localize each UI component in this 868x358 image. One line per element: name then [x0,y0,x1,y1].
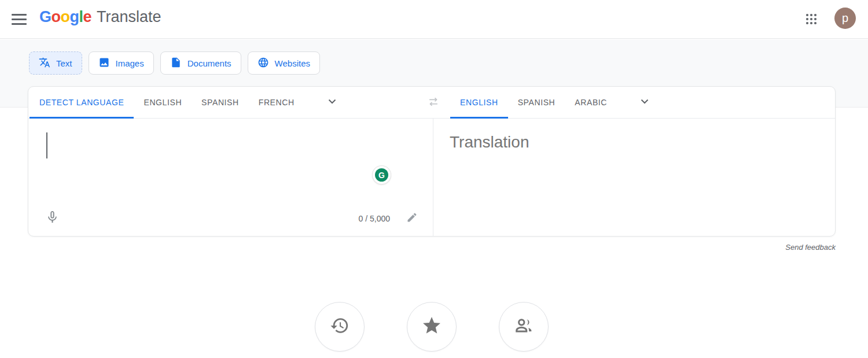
handwriting-input-button[interactable] [406,212,418,226]
send-feedback-link[interactable]: Send feedback [785,243,836,252]
saved-button[interactable] [407,302,457,352]
grammarly-extension-button[interactable]: G [373,166,391,184]
tab-label: Text [56,58,72,68]
translate-mode-tabs: Text Images Documents Websites [29,51,320,75]
logo-letter: e [83,8,92,26]
target-more-languages-button[interactable] [631,87,659,118]
history-button[interactable] [315,302,365,352]
main-menu-icon[interactable] [12,10,30,28]
character-counter: 0 / 5,000 [359,214,391,223]
language-bar: DETECT LANGUAGE ENGLISH SPANISH FRENCH [28,87,835,119]
account-avatar[interactable]: p [834,8,856,29]
source-lang-english[interactable]: ENGLISH [134,87,192,118]
translation-placeholder: Translation [450,133,529,152]
source-lang-french[interactable]: FRENCH [249,87,304,118]
avatar-letter: p [842,12,848,25]
logo-letter: G [39,8,52,26]
app-header: G o o g l e Translate p [0,0,868,39]
voice-input-button[interactable] [45,210,60,227]
tab-websites[interactable]: Websites [248,51,320,75]
tab-images[interactable]: Images [89,51,154,75]
source-text-area[interactable]: G 0 / 5,000 [28,119,433,236]
logo-letter: l [79,8,83,26]
chevron-down-icon [638,94,652,110]
translate-panels: G 0 / 5,000 [28,119,835,236]
logo-product-name: Translate [97,8,161,26]
globe-icon [258,57,269,70]
source-lang-spanish[interactable]: SPANISH [192,87,249,118]
tab-label: Documents [187,58,231,68]
target-language-tabs: ENGLISH SPANISH ARABIC [450,87,659,118]
translation-output-area: Translation [433,119,835,236]
swap-languages-button[interactable] [420,91,447,115]
document-icon [170,57,182,70]
grammarly-icon: G [375,168,388,182]
swap-languages-icon [427,95,440,110]
google-translate-logo[interactable]: G o o g l e Translate [39,8,161,26]
translate-icon [39,57,50,70]
text-cursor [46,132,47,158]
tab-label: Images [116,58,144,68]
logo-letter: o [61,8,70,26]
chevron-down-icon [325,94,339,110]
source-more-languages-button[interactable] [318,87,346,118]
tab-label: Websites [275,58,310,68]
source-panel-footer: 0 / 5,000 [28,210,433,227]
source-lang-detect[interactable]: DETECT LANGUAGE [30,87,134,118]
target-lang-arabic[interactable]: ARABIC [565,87,617,118]
contribute-button[interactable] [499,302,549,352]
tab-documents[interactable]: Documents [160,51,241,75]
pencil-icon [406,212,418,226]
bottom-action-buttons [315,302,549,352]
target-lang-english[interactable]: ENGLISH [450,87,508,118]
logo-letter: g [70,8,79,26]
star-icon [421,315,442,338]
source-language-tabs: DETECT LANGUAGE ENGLISH SPANISH FRENCH [30,87,346,118]
google-apps-icon[interactable] [804,12,818,26]
translate-card: DETECT LANGUAGE ENGLISH SPANISH FRENCH [28,86,836,237]
people-icon [513,315,534,338]
target-lang-spanish[interactable]: SPANISH [508,87,565,118]
image-icon [98,57,110,70]
tab-text[interactable]: Text [29,51,82,75]
logo-letter: o [52,8,61,26]
microphone-icon [45,210,60,227]
google-translate-page: G o o g l e Translate p Text [0,0,868,358]
history-icon [330,316,350,338]
